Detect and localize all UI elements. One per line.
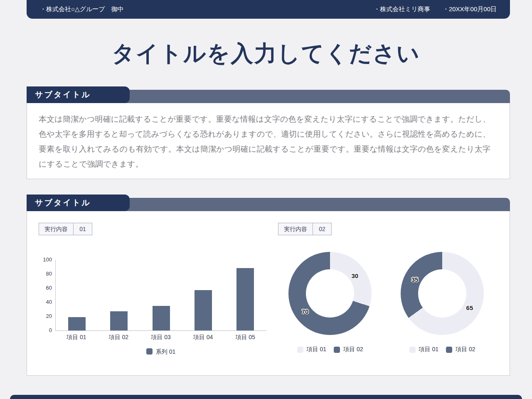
bar-chart-plot [55,260,266,331]
donut-hole [418,269,466,318]
bar-cell [182,260,224,330]
subtitle-tab: サブタイトル [27,195,130,211]
donut-charts-block: 実行内容 02 3070項目 01項目 026535項目 01項目 02 [273,223,498,364]
header-bar: ・株式会社○△グループ 御中 ・株式会社ミリ商事 ・20XX年00月00日 [27,0,510,19]
legend-label: 項目 02 [343,346,363,353]
y-axis-tick: 40 [46,299,52,305]
legend-marker [446,347,452,353]
donut-value-label: 30 [352,272,359,279]
section-header: サブタイトル [27,195,510,211]
legend-marker [409,347,416,353]
y-axis-tick: 60 [46,285,52,291]
bar [68,317,86,330]
y-axis-tick: 80 [46,271,52,277]
y-axis-tick: 20 [46,313,52,320]
subtitle-tab: サブタイトル [27,86,130,103]
x-axis-label: 項目 01 [55,334,98,341]
page-title: タイトルを入力してください [0,39,532,69]
legend-label: 項目 01 [307,346,326,353]
legend-item: 項目 02 [446,346,475,353]
bar [110,311,128,330]
donut-hole [306,269,354,318]
bar-chart-block: 実行内容 01 020406080100 項目 01項目 02項目 03項目 0… [39,223,266,364]
donut-value-label: 35 [411,276,419,283]
tag-box-01: 実行内容 01 [39,223,92,235]
header-date: ・20XX年00月00日 [443,5,497,13]
legend-label: 系列 01 [156,348,175,355]
x-axis: 項目 01項目 02項目 03項目 04項目 05 [39,334,266,341]
x-axis-label: 項目 04 [182,334,224,341]
document-page: ・株式会社○△グループ 御中 ・株式会社ミリ商事 ・20XX年00月00日 タイ… [0,0,532,399]
y-axis: 020406080100 [39,260,55,330]
body-text-card: 本文は簡潔かつ明確に記載することが重要です。重要な情報は文字の色を変えたり太字に… [27,103,510,179]
bar-cell [56,260,98,330]
header-company: ・株式会社ミリ商事 [374,5,430,13]
section-header: サブタイトル [27,86,510,103]
x-axis-label: 項目 05 [224,334,266,341]
footer-bar [10,395,522,399]
y-axis-tick: 0 [49,327,52,334]
bar-cell [224,260,266,330]
bar [236,268,254,330]
bar [153,306,170,331]
donut-legend: 項目 01項目 02 [409,346,475,353]
x-axis-label: 項目 02 [98,334,140,341]
header-client: ・株式会社○△グループ 御中 [40,5,124,13]
donut-chart: 3070項目 01項目 02 [278,252,382,353]
section-body-text: サブタイトル 本文は簡潔かつ明確に記載することが重要です。重要な情報は文字の色を… [0,86,532,179]
y-axis-tick: 100 [43,256,52,263]
bar-cell [98,260,140,330]
subtitle-label: サブタイトル [35,198,91,207]
donut-chart: 6535項目 01項目 02 [390,252,494,353]
donut-ring: 3070 [288,252,372,335]
legend-item: 項目 01 [409,346,438,353]
section-charts: サブタイトル 実行内容 01 020406080100 項目 01項目 02項目… [0,195,532,376]
legend-item: 項目 01 [297,346,326,353]
legend-marker [334,347,340,353]
donut-ring: 6535 [401,252,484,335]
donut-value-label: 65 [466,304,473,311]
bar-chart-legend: 系列 01 [55,348,266,356]
legend-label: 項目 01 [419,346,438,353]
legend-item: 項目 02 [334,346,363,353]
bar-cell [140,260,182,330]
tag-number: 02 [313,226,331,232]
bar [195,290,212,330]
bar-chart: 020406080100 [39,260,266,331]
x-axis-label: 項目 03 [140,334,182,341]
donut-value-label: 70 [302,308,309,315]
header-right: ・株式会社ミリ商事 ・20XX年00月00日 [374,5,497,13]
subtitle-label: サブタイトル [35,90,91,99]
legend-marker [146,348,153,355]
donut-row: 3070項目 01項目 026535項目 01項目 02 [278,252,498,353]
body-text: 本文は簡潔かつ明確に記載することが重要です。重要な情報は文字の色を変えたり太字に… [39,112,490,172]
legend-marker [297,347,303,353]
tag-number: 01 [74,226,92,232]
charts-card: 実行内容 01 020406080100 項目 01項目 02項目 03項目 0… [27,211,510,376]
tag-box-02: 実行内容 02 [278,223,332,235]
tag-label: 実行内容 [278,223,313,235]
tag-label: 実行内容 [39,223,74,235]
donut-legend: 項目 01項目 02 [297,346,363,353]
legend-label: 項目 02 [456,346,475,353]
